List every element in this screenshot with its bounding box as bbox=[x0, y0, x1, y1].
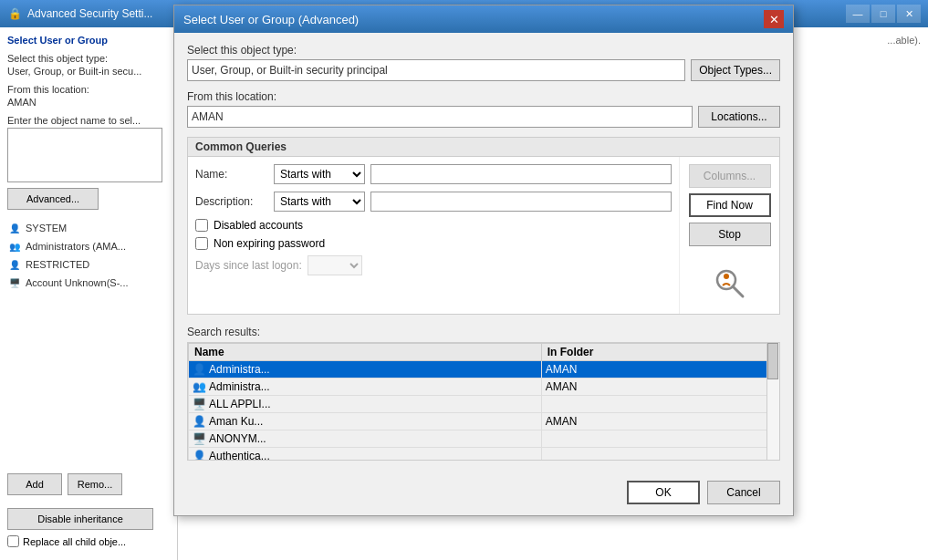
row-folder bbox=[541, 396, 778, 413]
ok-btn[interactable]: OK bbox=[627, 481, 700, 504]
bg-bottom-buttons: Add Remo... Disable inheritance Replace … bbox=[7, 473, 172, 551]
row-name: ALL APPLI... bbox=[209, 398, 271, 410]
table-row[interactable]: 🖥️ANONYM... bbox=[189, 430, 779, 448]
results-table: Name In Folder 👤Administra...AMAN👥Admini… bbox=[188, 343, 779, 461]
list-item-label: SYSTEM bbox=[26, 223, 67, 233]
description-query-row: Description: Starts with bbox=[195, 192, 672, 212]
row-name: Administra... bbox=[209, 363, 270, 376]
non-expiring-label: Non expiring password bbox=[214, 237, 325, 250]
table-row[interactable]: 👥Administra...AMAN bbox=[189, 379, 779, 396]
description-query-input[interactable] bbox=[370, 192, 672, 212]
dialog-close-btn[interactable]: ✕ bbox=[764, 10, 784, 28]
row-folder: AMAN bbox=[541, 413, 778, 430]
name-operator-select[interactable]: Starts with bbox=[274, 164, 365, 184]
row-folder bbox=[541, 448, 778, 461]
bg-replace-row: Replace all child obje... bbox=[7, 535, 172, 547]
name-query-input[interactable] bbox=[370, 164, 672, 184]
admin-icon: 👥 bbox=[7, 239, 22, 254]
queries-right: Columns... Find Now Stop bbox=[679, 157, 779, 314]
bg-enter-object-label: Enter the object name to sel... bbox=[7, 115, 170, 126]
locations-btn[interactable]: Locations... bbox=[698, 106, 780, 128]
name-query-label: Name: bbox=[195, 168, 268, 181]
days-since-label: Days since last logon: bbox=[195, 259, 302, 272]
bg-replace-label: Replace all child obje... bbox=[23, 536, 126, 547]
bg-minimize-btn[interactable]: — bbox=[846, 5, 870, 23]
object-type-input[interactable] bbox=[187, 59, 685, 81]
list-item: 🖥️ Account Unknown(S-... bbox=[7, 274, 170, 292]
dialog-footer: OK Cancel bbox=[174, 473, 793, 515]
scrollbar-track[interactable] bbox=[766, 343, 779, 460]
queries-inner: Name: Starts with Description: Starts wi… bbox=[188, 157, 779, 314]
list-item-label: Account Unknown(S-... bbox=[26, 277, 129, 288]
row-icon: 👥 bbox=[193, 380, 206, 393]
non-expiring-checkbox[interactable] bbox=[195, 237, 208, 250]
days-select[interactable] bbox=[308, 255, 362, 275]
location-input[interactable] bbox=[187, 106, 693, 128]
bg-add-btn[interactable]: Add bbox=[7, 473, 62, 495]
dialog-title: Select User or Group (Advanced) bbox=[183, 13, 764, 26]
table-row[interactable]: 🖥️ALL APPLI... bbox=[189, 396, 779, 413]
list-item-label: Administrators (AMA... bbox=[26, 241, 126, 252]
stop-btn[interactable]: Stop bbox=[689, 223, 771, 246]
cancel-btn[interactable]: Cancel bbox=[707, 481, 780, 504]
scrollbar-thumb[interactable] bbox=[767, 343, 778, 379]
table-row[interactable]: 👤Administra...AMAN bbox=[189, 361, 779, 379]
restricted-icon: 👤 bbox=[7, 257, 22, 272]
bg-window-title: Advanced Security Setti... bbox=[27, 7, 152, 20]
bg-object-type-label: Select this object type: bbox=[7, 53, 170, 64]
queries-left: Name: Starts with Description: Starts wi… bbox=[188, 157, 679, 314]
row-icon: 🖥️ bbox=[193, 432, 206, 445]
bg-user-list: 👤 SYSTEM 👥 Administrators (AMA... 👤 REST… bbox=[7, 219, 170, 292]
common-queries-box: Common Queries Name: Starts with Descrip… bbox=[187, 137, 780, 315]
dialog-body: Select this object type: Object Types...… bbox=[174, 33, 793, 473]
row-name: Administra... bbox=[209, 380, 270, 393]
table-row[interactable]: 👤Authentica... bbox=[189, 448, 779, 461]
row-icon: 👤 bbox=[193, 363, 206, 376]
bg-remove-btn[interactable]: Remo... bbox=[68, 473, 122, 495]
bg-panel-title: Select User or Group bbox=[7, 35, 170, 46]
disabled-accounts-label: Disabled accounts bbox=[214, 219, 303, 232]
row-name: Aman Ku... bbox=[209, 415, 263, 428]
svg-line-1 bbox=[733, 286, 743, 296]
row-folder: AMAN bbox=[541, 379, 778, 396]
dialog-titlebar: Select User or Group (Advanced) ✕ bbox=[174, 5, 793, 33]
bg-left-panel: Select User or Group Select this object … bbox=[0, 27, 178, 560]
bg-location-value: AMAN bbox=[7, 97, 170, 108]
row-name: Authentica... bbox=[209, 450, 270, 461]
row-name: ANONYM... bbox=[209, 432, 266, 445]
account-icon: 🖥️ bbox=[7, 275, 22, 290]
location-row: Locations... bbox=[187, 106, 780, 128]
row-icon: 👤 bbox=[193, 415, 206, 428]
row-folder bbox=[541, 430, 778, 448]
find-now-btn[interactable]: Find Now bbox=[689, 193, 771, 217]
list-item-label: RESTRICTED bbox=[26, 259, 89, 270]
bg-maximize-btn[interactable]: □ bbox=[871, 5, 895, 23]
bg-location-label: From this location: bbox=[7, 84, 170, 95]
row-icon: 👤 bbox=[193, 450, 206, 461]
bg-advanced-btn[interactable]: Advanced... bbox=[7, 188, 99, 210]
col-name: Name bbox=[189, 344, 542, 361]
list-item: 👤 RESTRICTED bbox=[7, 255, 170, 274]
row-folder: AMAN bbox=[541, 361, 778, 379]
row-icon: 🖥️ bbox=[193, 398, 206, 410]
bg-disable-btn[interactable]: Disable inheritance bbox=[7, 508, 153, 530]
bg-close-btn[interactable]: ✕ bbox=[897, 5, 921, 23]
select-user-dialog: Select User or Group (Advanced) ✕ Select… bbox=[173, 5, 794, 516]
results-wrapper: Name In Folder 👤Administra...AMAN👥Admini… bbox=[187, 342, 780, 461]
bg-object-input[interactable] bbox=[7, 128, 162, 182]
description-query-label: Description: bbox=[195, 195, 268, 208]
disabled-accounts-checkbox[interactable] bbox=[195, 219, 208, 232]
table-row[interactable]: 👤Aman Ku...AMAN bbox=[189, 413, 779, 430]
disabled-accounts-row: Disabled accounts bbox=[195, 219, 672, 232]
object-types-btn[interactable]: Object Types... bbox=[691, 59, 780, 81]
name-query-row: Name: Starts with bbox=[195, 164, 672, 184]
bg-replace-checkbox[interactable] bbox=[7, 535, 19, 547]
non-expiring-row: Non expiring password bbox=[195, 237, 672, 250]
list-item: 👥 Administrators (AMA... bbox=[7, 237, 170, 255]
svg-point-2 bbox=[724, 274, 729, 279]
col-folder: In Folder bbox=[541, 344, 778, 361]
search-animation bbox=[707, 261, 753, 306]
columns-btn[interactable]: Columns... bbox=[689, 164, 771, 188]
description-operator-select[interactable]: Starts with bbox=[274, 192, 365, 212]
queries-title: Common Queries bbox=[188, 138, 779, 157]
